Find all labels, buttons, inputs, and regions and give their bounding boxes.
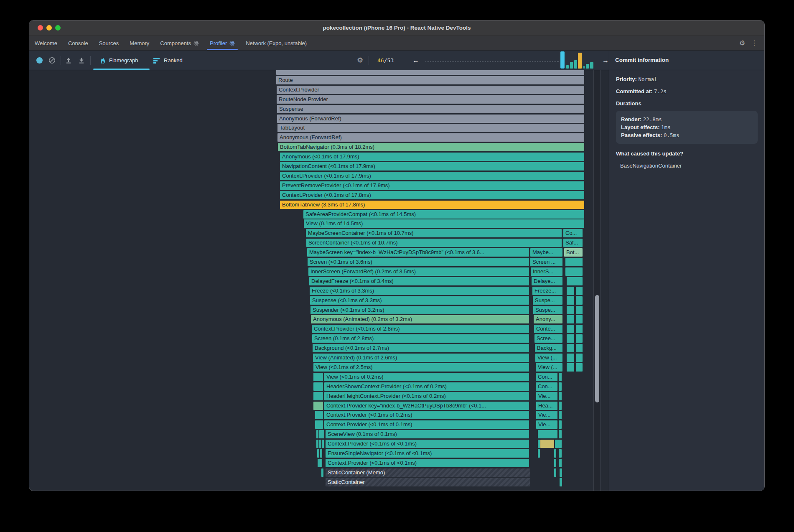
- flamegraph-node[interactable]: View (...: [535, 354, 562, 362]
- flamegraph-scrollbar-thumb[interactable]: [595, 295, 599, 402]
- flamegraph-node[interactable]: Conte...: [534, 325, 562, 333]
- flamegraph-node[interactable]: Vie...: [536, 411, 557, 419]
- commit-bar-4[interactable]: [578, 53, 582, 69]
- flamegraph-node[interactable]: Context.Provider (<0.1ms of 17.8ms): [280, 191, 584, 199]
- tab-profiler[interactable]: Profiler: [204, 36, 240, 50]
- flamegraph-node-sliver[interactable]: [567, 287, 574, 295]
- flamegraph-node-sliver[interactable]: [559, 373, 562, 381]
- flamegraph-node[interactable]: Anonymous (Animated) (0.2ms of 3.2ms): [311, 315, 529, 323]
- flamegraph-node[interactable]: InnerS...: [531, 267, 562, 276]
- tab-flamegraph[interactable]: Flamegraph: [109, 51, 138, 70]
- record-button[interactable]: [36, 51, 43, 70]
- overflow-menu-icon[interactable]: ⋮: [751, 40, 758, 46]
- flamegraph-node-sliver[interactable]: [576, 363, 583, 372]
- flamegraph-node[interactable]: Maybe...: [530, 248, 562, 257]
- flamegraph-node-sliver[interactable]: [559, 430, 562, 438]
- flamegraph-node[interactable]: Anonymous (<0.1ms of 17.9ms): [280, 153, 584, 161]
- tab-sources[interactable]: Sources: [94, 36, 125, 50]
- tab-memory[interactable]: Memory: [124, 36, 155, 50]
- flamegraph-node-sliver[interactable]: [576, 354, 583, 362]
- flamegraph-node[interactable]: StaticContainer: [326, 478, 530, 486]
- flamegraph-node-sliver[interactable]: [313, 402, 323, 410]
- flamegraph-node[interactable]: Vie...: [536, 420, 557, 429]
- flamegraph-node-sliver[interactable]: [276, 70, 584, 75]
- flamegraph-node-sliver[interactable]: [576, 315, 583, 323]
- flamegraph-node-sliver[interactable]: [316, 430, 318, 438]
- flamegraph-node[interactable]: SafeAreaProviderCompat (<0.1ms of 14.5ms…: [303, 210, 584, 219]
- commit-bar-0[interactable]: [560, 51, 565, 69]
- flamegraph-node[interactable]: TabLayout: [277, 124, 584, 132]
- flamegraph-node[interactable]: ScreenContainer (<0.1ms of 10.7ms): [306, 239, 562, 247]
- commit-bar-5[interactable]: [583, 66, 585, 69]
- flamegraph-node[interactable]: View (<0.1ms of 0.2ms): [324, 373, 529, 381]
- flamegraph-node[interactable]: Context.Provider (<0.1ms of <0.1ms): [326, 459, 529, 467]
- flamegraph-node-sliver[interactable]: [559, 402, 562, 410]
- flamegraph-node[interactable]: Background (<0.1ms of 2.7ms): [313, 344, 529, 352]
- commit-bar-6[interactable]: [586, 64, 589, 69]
- flamegraph-node-sliver[interactable]: [559, 411, 562, 419]
- flamegraph-node[interactable]: HeaderHeightContext.Provider (<0.1ms of …: [324, 392, 529, 400]
- save-profile-icon[interactable]: [78, 51, 85, 70]
- flamegraph-node[interactable]: Delaye...: [532, 277, 562, 285]
- flamegraph-node-sliver[interactable]: [554, 459, 556, 467]
- flamegraph-node[interactable]: Context.Provider (<0.1ms of 0.1ms): [324, 420, 529, 429]
- tab-console[interactable]: Console: [63, 36, 94, 50]
- flamegraph-node-sliver[interactable]: [319, 430, 324, 438]
- flamegraph-node-sliver[interactable]: [559, 420, 562, 429]
- flamegraph-node[interactable]: Suspender (<0.1ms of 3.2ms): [310, 306, 529, 314]
- flamegraph-node[interactable]: Context.Provider (<0.1ms of 17.9ms): [280, 172, 584, 180]
- commit-selector-chart[interactable]: [560, 51, 596, 69]
- flamegraph-node[interactable]: Context.Provider (<0.1ms of 2.8ms): [312, 325, 529, 333]
- flamegraph-node-sliver[interactable]: [554, 449, 556, 458]
- flamegraph-node-sliver[interactable]: [322, 440, 324, 448]
- flamegraph-node-sliver[interactable]: [313, 373, 323, 381]
- flamegraph-node-sliver[interactable]: [321, 468, 323, 477]
- flamegraph-node[interactable]: Saf...: [563, 239, 583, 247]
- flamegraph-node[interactable]: StaticContainer (Memo): [326, 468, 530, 477]
- flamegraph-node[interactable]: Backg...: [535, 344, 562, 352]
- flamegraph-node[interactable]: Context.Provider (<0.1ms of 0.2ms): [324, 411, 529, 419]
- update-cause-item[interactable]: BaseNavigationContainer: [620, 163, 758, 169]
- flamegraph-node-sliver[interactable]: [567, 306, 574, 314]
- flamegraph-node[interactable]: Con...: [536, 373, 557, 381]
- flamegraph-node[interactable]: Freeze (<0.1ms of 3.3ms): [310, 287, 529, 295]
- flamegraph-node[interactable]: Anonymous (ForwardRef): [277, 133, 584, 142]
- flamegraph-node-sliver[interactable]: [313, 382, 323, 391]
- flamegraph-node[interactable]: View (<0.1ms of 2.5ms): [313, 363, 529, 372]
- flamegraph-node[interactable]: HeaderShownContext.Provider (<0.1ms of 0…: [324, 382, 529, 391]
- flamegraph-node-sliver[interactable]: [559, 459, 562, 467]
- flamegraph-node-sliver[interactable]: [565, 267, 583, 276]
- flamegraph-node[interactable]: BottomTabNavigator (0.3ms of 18.2ms): [278, 143, 584, 151]
- commit-bar-1[interactable]: [566, 65, 569, 69]
- commit-bar-7[interactable]: [590, 62, 593, 69]
- flamegraph-node[interactable]: MaybeScreenContainer (<0.1ms of 10.7ms): [306, 229, 562, 237]
- flamegraph-node-sliver[interactable]: [576, 325, 583, 333]
- flamegraph-node-sliver[interactable]: [567, 296, 574, 305]
- flamegraph-node-sliver[interactable]: [540, 440, 554, 448]
- profiler-settings-gear-icon[interactable]: ⚙: [357, 51, 363, 70]
- flamegraph-node[interactable]: Screen (0.1ms of 2.8ms): [312, 334, 529, 343]
- load-profile-icon[interactable]: [65, 51, 72, 70]
- flamegraph-node-sliver[interactable]: [559, 449, 562, 458]
- flamegraph-node-sliver[interactable]: [567, 354, 574, 362]
- flamegraph-node-sliver[interactable]: [567, 315, 574, 323]
- flamegraph-node-sliver[interactable]: [317, 449, 319, 458]
- flamegraph-node[interactable]: Con...: [536, 382, 557, 391]
- commit-bar-3[interactable]: [574, 60, 577, 69]
- flamegraph-node[interactable]: SceneView (0.1ms of 0.1ms): [326, 430, 529, 438]
- flamegraph-node[interactable]: View (Animated) (0.1ms of 2.6ms): [313, 354, 529, 362]
- tab-ranked[interactable]: Ranked: [164, 51, 183, 70]
- flamegraph-node-sliver[interactable]: [320, 449, 322, 458]
- flamegraph-node-sliver[interactable]: [576, 287, 583, 295]
- flamegraph-node[interactable]: Bot...: [564, 248, 583, 257]
- flamegraph-node[interactable]: InnerScreen (ForwardRef) (0.2ms of 3.5ms…: [308, 267, 529, 276]
- flamegraph-node-sliver[interactable]: [538, 449, 540, 458]
- settings-gear-icon[interactable]: ⚙: [739, 40, 745, 46]
- flamegraph-node[interactable]: Suspe...: [533, 296, 562, 305]
- flamegraph-node-sliver[interactable]: [318, 459, 320, 467]
- flamegraph-node-sliver[interactable]: [576, 296, 583, 305]
- flamegraph-node[interactable]: MaybeScreen key="index-b_WzHaCtPuyDSpTb8…: [307, 248, 529, 257]
- flamegraph-node[interactable]: Context.Provider: [277, 86, 584, 94]
- flamegraph-node-sliver[interactable]: [313, 392, 323, 400]
- flamegraph-node[interactable]: Anony...: [534, 315, 562, 323]
